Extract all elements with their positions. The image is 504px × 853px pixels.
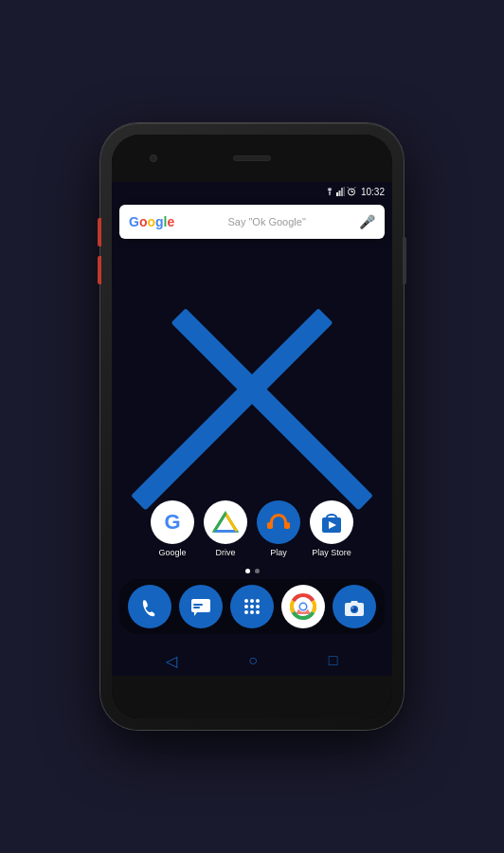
chrome-browser-icon (290, 593, 316, 620)
alarm-icon (347, 187, 356, 196)
signal-icon (336, 187, 345, 196)
google-search-bar[interactable]: G o o g l e Say "Ok Google" 🎤 (119, 205, 385, 239)
dock-camera[interactable] (333, 585, 376, 628)
svg-point-29 (256, 605, 260, 608)
svg-point-26 (256, 599, 260, 603)
svg-line-13 (225, 514, 237, 532)
svg-rect-1 (336, 192, 338, 196)
svg-point-27 (244, 605, 248, 608)
app-play-store[interactable]: Play Store (310, 500, 353, 557)
svg-rect-16 (284, 522, 290, 529)
app-grid: G Google (112, 493, 392, 565)
svg-point-43 (352, 608, 354, 609)
svg-point-32 (256, 610, 260, 614)
top-bezel (112, 135, 392, 182)
svg-line-14 (214, 514, 225, 532)
status-bar: 10:32 (112, 182, 392, 201)
svg-line-8 (348, 188, 349, 189)
google-g-letter: G (164, 510, 180, 535)
app-drive[interactable]: Drive (204, 500, 247, 557)
camera-sensor (150, 154, 157, 162)
page-indicator (112, 569, 392, 573)
svg-rect-23 (193, 607, 200, 608)
navigation-bar: ◁ ○ □ (112, 645, 392, 676)
google-logo: G o o g l e (129, 214, 174, 229)
svg-rect-4 (343, 187, 345, 196)
svg-point-0 (329, 193, 331, 195)
phone-device: 10:32 G o o g l e Say "Ok Google" 🎤 (100, 123, 404, 730)
drive-triangle-icon (212, 511, 239, 534)
svg-point-24 (244, 599, 248, 603)
svg-point-39 (300, 604, 306, 609)
svg-line-9 (354, 188, 355, 189)
svg-marker-21 (194, 612, 197, 616)
page-dot-1 (245, 569, 250, 573)
svg-point-31 (250, 610, 254, 614)
nav-home-button[interactable]: ○ (248, 652, 258, 669)
phone-call-icon (139, 596, 160, 617)
status-icons: 10:32 (325, 187, 385, 197)
home-screen-content: G Google (112, 243, 392, 645)
svg-marker-10 (214, 514, 236, 532)
app-dock (119, 579, 385, 634)
play-store-app-icon (310, 500, 353, 544)
page-dot-2 (255, 569, 260, 573)
camera-dock-icon (333, 585, 376, 628)
camera-lens-icon (343, 596, 366, 617)
app-label-google: Google (158, 548, 186, 557)
speaker-grille (233, 155, 271, 161)
app-play-music[interactable]: Play (257, 500, 300, 557)
dock-messages[interactable] (179, 585, 223, 628)
svg-point-30 (244, 610, 248, 614)
app-label-play-music: Play (270, 548, 287, 557)
messages-dock-icon (179, 585, 223, 628)
app-label-drive: Drive (215, 548, 235, 557)
svg-point-25 (250, 599, 254, 603)
play-music-app-icon (257, 500, 300, 544)
svg-rect-3 (341, 188, 343, 196)
phone-screen: 10:32 G o o g l e Say "Ok Google" 🎤 (112, 135, 392, 718)
nav-recent-button[interactable]: □ (329, 652, 338, 669)
app-google[interactable]: G Google (151, 500, 194, 557)
messages-chat-icon (189, 596, 212, 617)
status-time: 10:32 (361, 187, 385, 197)
screen: 10:32 G o o g l e Say "Ok Google" 🎤 (112, 182, 392, 676)
svg-rect-15 (267, 522, 273, 529)
mic-icon[interactable]: 🎤 (359, 214, 375, 229)
headphones-icon (266, 512, 291, 533)
apps-drawer-icon (230, 585, 274, 628)
svg-point-28 (250, 605, 254, 608)
svg-marker-11 (214, 514, 236, 532)
play-store-bag-icon (319, 510, 344, 535)
dock-apps[interactable] (230, 585, 274, 628)
wifi-icon (325, 188, 334, 195)
svg-rect-22 (193, 604, 203, 606)
svg-rect-2 (338, 191, 340, 196)
grid-icon (242, 596, 262, 617)
google-app-icon: G (151, 500, 194, 544)
search-hint: Say "Ok Google" (174, 216, 359, 227)
phone-dock-icon (128, 585, 171, 628)
drive-app-icon (204, 500, 247, 544)
chrome-dock-icon (281, 585, 325, 628)
bottom-bezel (112, 676, 392, 718)
app-label-play-store: Play Store (312, 548, 351, 557)
dock-chrome[interactable] (281, 585, 325, 628)
dock-phone[interactable] (128, 585, 171, 628)
nav-back-button[interactable]: ◁ (166, 652, 177, 670)
